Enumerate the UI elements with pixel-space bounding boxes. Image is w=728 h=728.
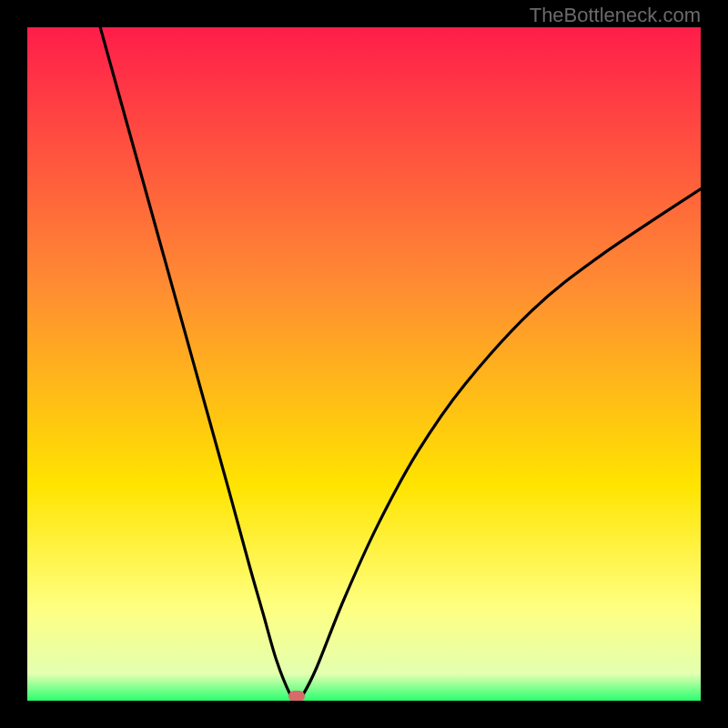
chart-container: TheBottleneck.com bbox=[0, 0, 728, 728]
attribution-label: TheBottleneck.com bbox=[530, 4, 701, 27]
gradient-plot-area bbox=[27, 27, 701, 701]
